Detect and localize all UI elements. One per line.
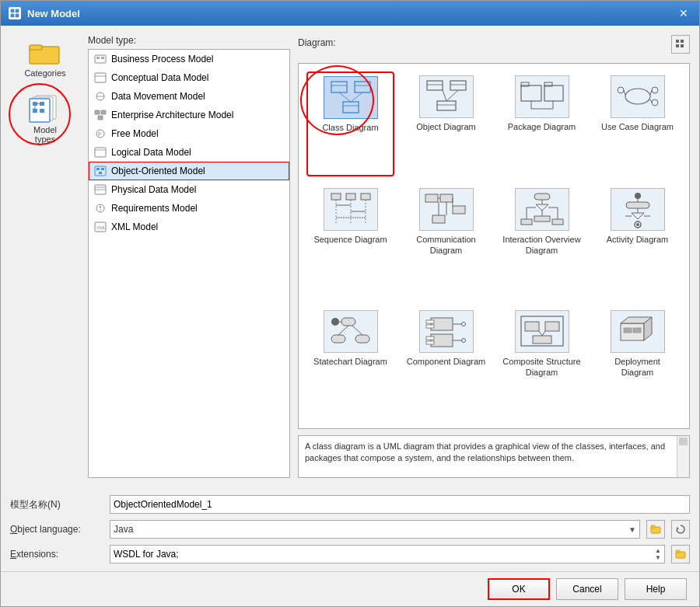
close-button[interactable]: ✕ <box>676 5 691 21</box>
diagram-item-interaction[interactable]: Interaction Overview Diagram <box>498 184 586 298</box>
package-diagram-label: Package Diagram <box>508 121 576 132</box>
list-item-cdm[interactable]: Conceptual Data Model <box>89 68 289 87</box>
svg-rect-33 <box>99 172 102 174</box>
svg-text:XML: XML <box>96 225 107 230</box>
svg-rect-116 <box>331 335 345 343</box>
object-diagram-label: Object Diagram <box>416 121 475 132</box>
eam-icon <box>94 109 107 121</box>
svg-rect-120 <box>431 318 453 330</box>
dialog-icon <box>9 7 21 19</box>
extensions-folder-btn[interactable] <box>671 545 690 563</box>
list-item-oom[interactable]: Object-Oriented Model <box>89 162 289 180</box>
new-model-dialog: New Model ✕ Categories <box>0 0 700 607</box>
dialog-content: Categories <box>1 26 699 487</box>
list-item-pdm[interactable]: Physical Data Model <box>89 180 289 199</box>
diagram-item-activity[interactable]: Activity Diagram <box>593 184 681 298</box>
xml-icon: XML <box>94 221 107 233</box>
deployment-diagram-label: Deployment Diagram <box>597 356 677 379</box>
diagram-item-communication[interactable]: Communication Diagram <box>402 184 490 298</box>
description-text: A class diagram is a UML diagram that pr… <box>305 441 665 462</box>
list-item-ldm[interactable]: Logical Data Model <box>89 143 289 162</box>
usecase-diagram-label: Use Case Diagram <box>601 121 674 132</box>
model-type-label: Model type: <box>88 35 290 46</box>
model-name-input[interactable] <box>110 495 690 514</box>
svg-rect-132 <box>545 322 559 331</box>
svg-rect-88 <box>453 206 465 214</box>
svg-rect-0 <box>11 9 14 12</box>
diagram-item-object[interactable]: Object Diagram <box>402 72 490 176</box>
package-diagram-svg <box>519 79 565 114</box>
svg-line-75 <box>624 90 625 95</box>
object-language-refresh-btn[interactable] <box>671 520 690 539</box>
list-item-eam[interactable]: Enterprise Architecture Model <box>89 106 289 124</box>
diagram-item-sequence[interactable]: Sequence Diagram <box>306 184 394 298</box>
usecase-diagram-thumb <box>611 75 665 118</box>
middle-panel: Model type: Business Process Model Co <box>88 35 290 478</box>
oom-icon <box>94 165 107 177</box>
extensions-input[interactable]: WSDL for Java; ▲ ▼ <box>110 545 665 563</box>
diagram-item-component[interactable]: Component Diagram <box>402 306 490 420</box>
list-item-ldm-label: Logical Data Model <box>111 147 191 158</box>
svg-rect-48 <box>355 82 370 92</box>
svg-rect-32 <box>101 168 104 170</box>
ext-folder-icon <box>675 549 686 560</box>
object-language-select[interactable]: Java ▼ <box>110 520 640 539</box>
list-item-free[interactable]: F Free Model <box>89 124 289 143</box>
statechart-diagram-thumb <box>324 310 378 353</box>
grid-view-button[interactable] <box>671 35 690 54</box>
diagram-item-deployment[interactable]: Deployment Diagram <box>593 306 681 420</box>
package-diagram-thumb <box>515 75 569 118</box>
svg-line-71 <box>650 90 652 95</box>
diagram-item-composite[interactable]: Composite Structure Diagram <box>498 306 586 420</box>
deployment-diagram-thumb <box>611 310 665 353</box>
cancel-button[interactable]: Cancel <box>556 578 618 600</box>
diagram-item-statechart[interactable]: Statechart Diagram <box>306 306 394 420</box>
diagram-item-package[interactable]: Package Diagram <box>498 72 586 176</box>
svg-rect-28 <box>95 148 106 157</box>
form-area: 模型名称(N) Object language: Java ▼ <box>1 487 699 571</box>
pdm-icon <box>94 183 107 196</box>
svg-rect-42 <box>676 40 679 43</box>
svg-point-39 <box>100 209 101 211</box>
component-diagram-label: Component Diagram <box>407 356 486 367</box>
list-item-req[interactable]: Requirements Model <box>89 199 289 218</box>
list-item-xml[interactable]: XML XML Model <box>89 218 289 236</box>
title-bar-left: New Model <box>9 7 80 19</box>
model-name-field-label: 模型名称(N) <box>10 498 103 511</box>
sequence-diagram-thumb <box>324 188 378 231</box>
ok-button[interactable]: OK <box>488 578 550 600</box>
svg-rect-19 <box>95 73 106 82</box>
help-button[interactable]: Help <box>625 578 687 600</box>
extensions-stepper[interactable]: ▲ ▼ <box>655 547 661 561</box>
model-types-button[interactable]: Model types <box>18 89 72 148</box>
object-language-row: Object language: Java ▼ <box>10 520 690 539</box>
activity-diagram-label: Activity Diagram <box>607 234 668 245</box>
description-area: A class diagram is a UML diagram that pr… <box>298 435 690 478</box>
extensions-value: WSDL for Java; <box>114 549 179 560</box>
svg-point-129 <box>461 338 465 342</box>
description-scrollbar[interactable] <box>677 436 689 477</box>
svg-line-53 <box>351 92 362 102</box>
svg-point-113 <box>331 318 339 326</box>
svg-rect-62 <box>521 85 541 101</box>
categories-button[interactable]: Categories <box>18 35 72 83</box>
usecase-diagram-svg <box>614 79 661 114</box>
svg-rect-2 <box>11 14 14 17</box>
diagram-label: Diagram: <box>298 37 336 48</box>
svg-rect-123 <box>431 334 453 347</box>
diagram-item-class[interactable]: Class Diagram <box>306 72 394 176</box>
svg-rect-50 <box>343 102 359 113</box>
bpm-icon <box>94 53 107 65</box>
interaction-diagram-thumb <box>515 188 569 231</box>
activity-diagram-thumb <box>611 188 665 231</box>
list-item-dmm[interactable]: Data Movement Model <box>89 87 289 106</box>
list-item-bpm[interactable]: Business Process Model <box>89 50 289 68</box>
object-language-folder-btn[interactable] <box>646 520 665 539</box>
communication-diagram-svg <box>423 192 470 227</box>
svg-rect-25 <box>98 116 103 120</box>
req-icon <box>94 202 107 215</box>
sequence-diagram-svg <box>327 192 374 227</box>
dialog-title: New Model <box>27 8 80 19</box>
statechart-diagram-svg <box>327 314 374 349</box>
diagram-item-usecase[interactable]: Use Case Diagram <box>593 72 681 176</box>
